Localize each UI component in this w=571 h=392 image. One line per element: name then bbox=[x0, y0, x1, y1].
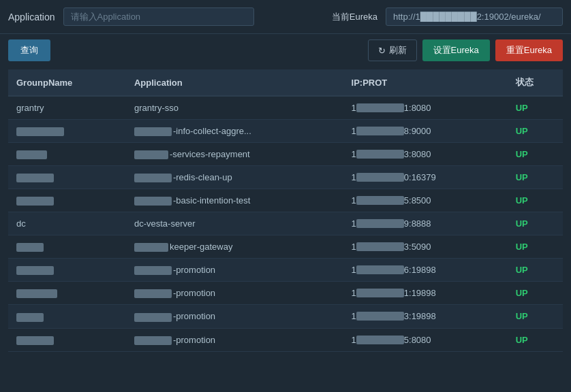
refresh-label: 刷新 bbox=[389, 44, 407, 56]
cell-status: UP bbox=[508, 259, 563, 282]
cell-ip: 13:19898 bbox=[343, 305, 508, 327]
cell-app: -promotion bbox=[126, 328, 343, 351]
cell-status: UP bbox=[508, 143, 563, 166]
app-search-input[interactable] bbox=[63, 7, 254, 26]
query-button[interactable]: 查询 bbox=[8, 39, 50, 61]
cell-group bbox=[8, 305, 126, 328]
cell-app: -promotion bbox=[126, 282, 343, 305]
table-row: -services-repayment13:8080UP bbox=[8, 143, 563, 166]
table-row: -promotion11:19898UP bbox=[8, 282, 563, 305]
cell-app: -basic-intention-test bbox=[126, 189, 343, 212]
table-container: GrounpName Application IP:PROT 状态 grantr… bbox=[0, 69, 571, 352]
cell-group: grantry bbox=[8, 96, 126, 120]
cell-status: UP bbox=[508, 166, 563, 189]
refresh-button[interactable]: ↻ 刷新 bbox=[368, 39, 417, 61]
table-row: dcdc-vesta-server19:8888UP bbox=[8, 212, 563, 235]
cell-group bbox=[8, 259, 126, 282]
eureka-url-input[interactable] bbox=[386, 7, 563, 26]
cell-status: UP bbox=[508, 328, 563, 351]
table-row: -promotion13:19898UP bbox=[8, 305, 563, 328]
cell-app: -redis-clean-up bbox=[126, 166, 343, 189]
cell-ip: 13:5090 bbox=[343, 235, 508, 258]
cell-app: -promotion bbox=[126, 259, 343, 282]
cell-status: UP bbox=[508, 96, 563, 120]
cell-app: -services-repayment bbox=[126, 143, 343, 166]
col-ip: IP:PROT bbox=[343, 69, 508, 96]
cell-ip: 13:8080 bbox=[343, 143, 508, 165]
cell-group bbox=[8, 282, 126, 305]
cell-app: keeper-gateway bbox=[126, 235, 343, 259]
table-row: grantrygrantry-sso11:8080UP bbox=[8, 96, 563, 120]
top-bar: Application 当前Eureka bbox=[0, 0, 571, 34]
refresh-icon: ↻ bbox=[378, 46, 386, 56]
app-label: Application bbox=[8, 12, 55, 22]
cell-ip: 11:19898 bbox=[343, 282, 508, 304]
action-bar: 查询 ↻ 刷新 设置Eureka 重置Eureka bbox=[0, 34, 571, 67]
cell-status: UP bbox=[508, 120, 563, 143]
cell-group: dc bbox=[8, 212, 126, 235]
cell-group bbox=[8, 328, 126, 351]
table-row: -info-collect-aggre...18:9000UP bbox=[8, 120, 563, 143]
cell-ip: 15:8500 bbox=[343, 189, 508, 212]
table-row: -redis-clean-up10:16379UP bbox=[8, 166, 563, 189]
cell-status: UP bbox=[508, 282, 563, 305]
set-eureka-button[interactable]: 设置Eureka bbox=[422, 39, 490, 61]
cell-app: dc-vesta-server bbox=[126, 212, 343, 235]
cell-ip: 10:16379 bbox=[343, 166, 508, 189]
table-header-row: GrounpName Application IP:PROT 状态 bbox=[8, 69, 563, 96]
cell-ip: 18:9000 bbox=[343, 120, 508, 142]
cell-status: UP bbox=[508, 235, 563, 259]
table-row: -promotion15:8080UP bbox=[8, 328, 563, 351]
table-row: keeper-gateway13:5090UP bbox=[8, 235, 563, 259]
cell-ip: 16:19898 bbox=[343, 259, 508, 281]
services-table: GrounpName Application IP:PROT 状态 grantr… bbox=[8, 69, 563, 352]
table-row: -promotion16:19898UP bbox=[8, 259, 563, 282]
reset-eureka-button[interactable]: 重置Eureka bbox=[495, 39, 563, 61]
eureka-label: 当前Eureka bbox=[332, 11, 377, 23]
col-group: GrounpName bbox=[8, 69, 126, 96]
cell-group bbox=[8, 120, 126, 143]
col-status: 状态 bbox=[508, 69, 563, 96]
table-row: -basic-intention-test15:8500UP bbox=[8, 189, 563, 212]
cell-ip: 11:8080 bbox=[343, 97, 508, 119]
cell-app: grantry-sso bbox=[126, 96, 343, 120]
cell-status: UP bbox=[508, 189, 563, 212]
cell-ip: 19:8888 bbox=[343, 212, 508, 235]
cell-status: UP bbox=[508, 212, 563, 235]
cell-ip: 15:8080 bbox=[343, 329, 508, 351]
cell-group bbox=[8, 235, 126, 259]
cell-group bbox=[8, 166, 126, 189]
cell-status: UP bbox=[508, 305, 563, 328]
cell-app: -promotion bbox=[126, 305, 343, 328]
col-app: Application bbox=[126, 69, 343, 96]
cell-group bbox=[8, 143, 126, 166]
cell-app: -info-collect-aggre... bbox=[126, 120, 343, 143]
cell-group bbox=[8, 189, 126, 212]
